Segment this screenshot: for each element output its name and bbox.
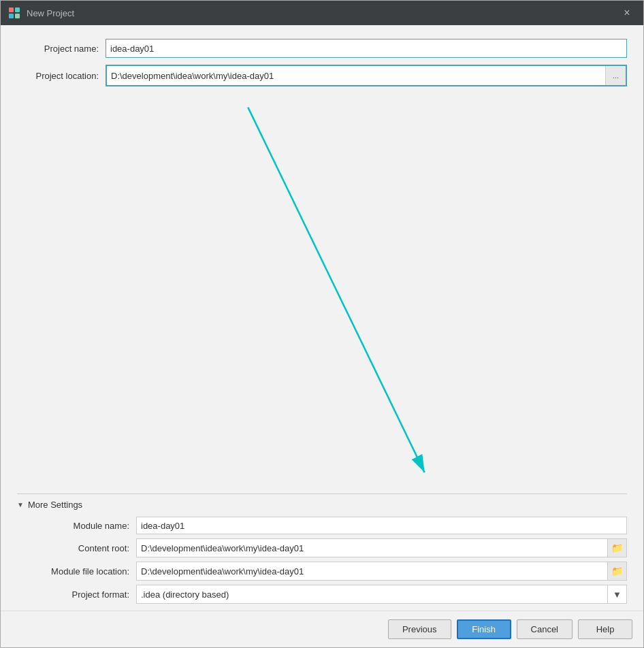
svg-rect-3 [15, 14, 20, 18]
cancel-button[interactable]: Cancel [517, 619, 573, 639]
finish-button[interactable]: Finish [457, 619, 511, 639]
module-name-input[interactable] [136, 517, 627, 534]
content-root-row: Content root: 📁 [17, 538, 627, 557]
new-project-dialog: New Project × Project name: Project loca… [0, 0, 644, 648]
svg-rect-2 [9, 14, 14, 18]
project-format-label: Project format: [17, 589, 136, 600]
module-file-location-row: Module file location: 📁 [17, 562, 627, 581]
project-location-browse-button[interactable]: ... [605, 66, 626, 85]
content-root-input[interactable] [137, 539, 607, 557]
empty-area [17, 93, 627, 493]
folder-icon: 📁 [611, 542, 623, 553]
project-format-wrapper: .idea (directory based) .ipr (file based… [136, 585, 627, 604]
module-file-location-label: Module file location: [17, 566, 136, 577]
svg-line-5 [248, 108, 424, 472]
more-settings-section: ▼ More Settings Module name: Content roo… [17, 493, 627, 604]
content-root-label: Content root: [17, 543, 136, 553]
dialog-content: Project name: Project location: ... [1, 25, 643, 604]
project-location-label: Project location: [17, 71, 106, 81]
module-file-location-browse-button[interactable]: 📁 [607, 562, 626, 580]
project-format-row: Project format: .idea (directory based) … [17, 585, 627, 604]
module-name-label: Module name: [17, 521, 136, 531]
close-button[interactable]: × [617, 3, 637, 22]
module-name-row: Module name: [17, 517, 627, 534]
content-root-wrapper: 📁 [136, 538, 627, 557]
module-file-location-input[interactable] [137, 562, 607, 580]
more-settings-grid: Module name: Content root: 📁 [17, 517, 627, 604]
more-settings-label: More Settings [28, 500, 82, 510]
svg-rect-0 [9, 7, 14, 12]
collapse-triangle-icon: ▼ [17, 501, 24, 508]
previous-button[interactable]: Previous [388, 619, 451, 639]
project-name-input[interactable] [106, 39, 627, 58]
folder-icon-2: 📁 [611, 566, 623, 577]
title-bar-left: New Project [7, 6, 74, 20]
title-bar: New Project × [1, 1, 643, 25]
project-location-wrapper: ... [106, 65, 627, 86]
help-button[interactable]: Help [578, 619, 632, 639]
more-settings-header[interactable]: ▼ More Settings [17, 500, 627, 510]
dialog-footer: Previous Finish Cancel Help [1, 611, 643, 647]
app-icon [7, 6, 21, 20]
dialog-title: New Project [27, 8, 74, 18]
content-root-browse-button[interactable]: 📁 [607, 539, 626, 557]
project-location-input[interactable] [107, 66, 605, 85]
project-format-select[interactable]: .idea (directory based) .ipr (file based… [137, 585, 607, 603]
select-arrow-icon: ▼ [607, 585, 626, 603]
module-file-location-wrapper: 📁 [136, 562, 627, 581]
annotation-arrow [17, 93, 627, 493]
project-name-label: Project name: [17, 44, 106, 54]
project-location-row: Project location: ... [17, 65, 627, 86]
project-name-row: Project name: [17, 39, 627, 58]
svg-rect-1 [15, 7, 20, 12]
